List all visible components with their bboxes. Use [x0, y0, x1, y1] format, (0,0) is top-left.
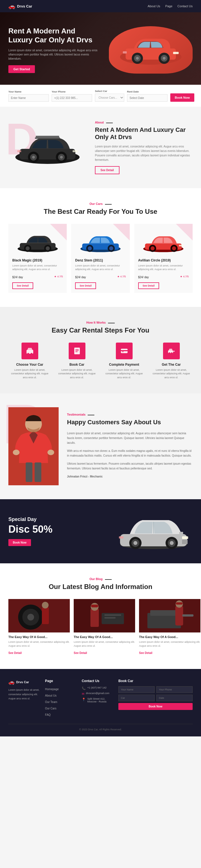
blog-title: Our Latest Blog And Information — [8, 583, 193, 591]
svg-rect-8 — [173, 52, 179, 54]
how-title: Easy Car Rental Steps For You — [8, 327, 193, 334]
step-title-2: Complete Payment — [103, 363, 145, 367]
footer-phone-input[interactable] — [156, 686, 193, 693]
step-title-3: Get The Car — [150, 363, 193, 367]
promo-title: Disc 50% — [8, 524, 53, 535]
navbar: 🚗 Drvs Car About Us Page Contact Us — [0, 0, 201, 12]
phone-input[interactable] — [52, 94, 92, 102]
testimonial-text-3: Ultrices laoreet lacus fermentum. Posuer… — [67, 461, 193, 471]
step-desc-3: Lorem ipsum dolor sit amet, consectetur … — [150, 368, 193, 380]
step-desc-1: Lorem ipsum dolor sit amet, consectetur … — [56, 368, 98, 380]
date-input[interactable] — [127, 94, 168, 102]
footer-book-col: Book Car Book Now — [118, 679, 193, 718]
footer-date-input[interactable] — [156, 694, 193, 701]
blog-post-link-1[interactable]: See Detail — [74, 651, 87, 654]
blog-post-link-2[interactable]: See Detail — [139, 651, 152, 654]
step-1: Book Car Lorem ipsum dolor sit amet, con… — [56, 343, 98, 380]
footer-link-team[interactable]: Our Team — [45, 701, 57, 704]
blog-grid: The Easy Way Of A Good... Lorem ipsum do… — [8, 599, 193, 655]
footer-link-homepage[interactable]: Homepage — [45, 688, 59, 691]
footer-link-cars[interactable]: Our Cars — [45, 707, 56, 710]
svg-rect-41 — [179, 245, 183, 246]
svg-rect-42 — [27, 350, 33, 354]
hero-car-shape — [109, 26, 193, 73]
blog-label-group: Our Blog — [8, 577, 193, 582]
cars-divider — [105, 204, 112, 205]
svg-point-34 — [109, 246, 113, 250]
car-desc-1: Lorem ipsum dolor sit amet, consectetur … — [75, 264, 125, 272]
car-cta-0[interactable]: See Detail — [12, 282, 33, 289]
car-image-1 — [75, 228, 125, 256]
car-label: Select Car — [95, 90, 124, 93]
get-car-icon — [167, 346, 176, 355]
svg-rect-75 — [179, 532, 183, 534]
svg-point-4 — [136, 57, 139, 60]
svg-point-71 — [170, 541, 174, 545]
svg-rect-62 — [35, 462, 41, 482]
svg-rect-47 — [75, 350, 79, 351]
svg-point-60 — [48, 450, 54, 455]
phone-field-group: Your Phone — [52, 90, 92, 102]
footer-contact-phone-item: 📞 +1 (437) 847 142 — [82, 686, 113, 690]
testimonial-section: R — [0, 393, 201, 499]
footer-logo: 🚗 Drvs Car — [8, 679, 39, 685]
footer-link-about[interactable]: About Us — [45, 694, 56, 697]
blog-overlay-1 — [74, 599, 135, 632]
svg-point-68 — [134, 541, 137, 545]
about-label: About — [95, 121, 104, 124]
svg-rect-51 — [122, 351, 124, 352]
about-cta-button[interactable]: See Detail — [95, 166, 119, 174]
name-input[interactable] — [8, 94, 49, 102]
how-label: How It Works — [86, 321, 106, 324]
footer-car-input[interactable] — [118, 694, 155, 701]
blog-image-0 — [8, 599, 70, 632]
nav-links: About Us Page Contact Us — [148, 4, 193, 8]
footer-phone: +1 (437) 847 142 — [87, 686, 107, 689]
blog-header: Our Blog Our Latest Blog And Information — [8, 577, 193, 591]
svg-point-32 — [88, 246, 92, 250]
about-car-svg — [11, 128, 84, 167]
nav-page[interactable]: Page — [165, 4, 173, 8]
booking-submit-button[interactable]: Book Now — [170, 93, 194, 102]
hero-title: Rent A Modern And Luxury Car Only At Drv… — [8, 27, 98, 44]
svg-rect-74 — [182, 540, 188, 544]
svg-point-56 — [173, 351, 174, 352]
how-label-group: How It Works — [8, 321, 193, 325]
car-cta-2[interactable]: See Detail — [138, 282, 159, 289]
car-cta-1[interactable]: See Detail — [75, 282, 96, 289]
cars-section: Our Cars The Best Car Ready For You To U… — [0, 188, 201, 307]
about-section: D — [0, 107, 201, 188]
cars-grid: Black Magic (2019) Lorem ipsum dolor sit… — [8, 224, 193, 293]
blog-image-2 — [139, 599, 200, 632]
footer-book-button[interactable]: Book Now — [118, 703, 193, 710]
blog-post-link-0[interactable]: See Detail — [8, 651, 22, 654]
hero-cta-button[interactable]: Get Started — [8, 65, 35, 73]
footer-link-faq[interactable]: FAQ — [45, 713, 51, 716]
car-price-area-2: $24/ day ★ 4.7/5 — [138, 274, 189, 280]
nav-about[interactable]: About Us — [148, 4, 160, 8]
step-2: Complete Payment Lorem ipsum dolor sit a… — [103, 343, 145, 380]
footer-name-input[interactable] — [118, 686, 155, 693]
name-field-group: Your Name — [8, 90, 49, 102]
star-icon-0: ★ — [54, 275, 56, 278]
about-divider — [106, 123, 113, 123]
promo-cta-button[interactable]: Book Now — [8, 539, 31, 546]
footer-grid: 🚗 Drvs Car Lorem ipsum dolor sit amet, c… — [8, 679, 193, 718]
footer-page-col: Page Homepage About Us Our Team Our Cars… — [45, 679, 76, 718]
payment-icon — [120, 346, 129, 355]
how-header: How It Works Easy Car Rental Steps For Y… — [8, 321, 193, 334]
car-select[interactable]: Choose Cars... — [95, 94, 124, 102]
phone-icon: 📞 — [82, 686, 86, 690]
about-title: Rent A Modern And Luxury Car Only At Drv… — [95, 126, 193, 141]
car-rating-0: ★ 4.7/5 — [54, 275, 63, 278]
promo-text: Special Day Disc 50% Book Now — [8, 517, 53, 546]
svg-rect-9 — [123, 51, 127, 54]
how-section: How It Works Easy Car Rental Steps For Y… — [0, 307, 201, 394]
blog-post-2: The Easy Way Of A Good... Lorem ipsum do… — [139, 599, 200, 655]
steps-grid: Choose Your Car Lorem ipsum dolor sit am… — [8, 343, 193, 380]
car-card-0: Black Magic (2019) Lorem ipsum dolor sit… — [8, 224, 67, 293]
car-desc-0: Lorem ipsum dolor sit amet, consectetur … — [12, 264, 63, 272]
promo-eyebrow: Special Day — [8, 517, 53, 522]
car-name-1: Denz Stem (2011) — [75, 258, 125, 262]
nav-contact[interactable]: Contact Us — [177, 4, 193, 8]
